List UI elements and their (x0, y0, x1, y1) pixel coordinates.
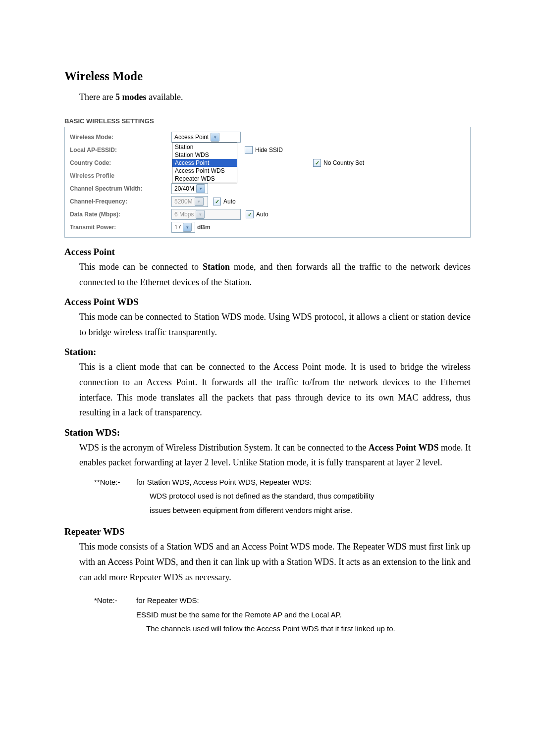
panel-heading: BASIC WIRELESS SETTINGS (64, 117, 471, 125)
bold-apwds: Access Point WDS (369, 443, 439, 453)
checkbox-hide-ssid[interactable]: Hide SSID (245, 146, 283, 154)
intro-bold: 5 modes (115, 92, 147, 102)
hide-ssid-label: Hide SSID (255, 147, 283, 153)
note2-l1: for Repeater WDS: (136, 596, 199, 605)
row-data-rate: Data Rate (Mbps): 6 Mbps ▾ Auto (70, 208, 465, 220)
note1-l2: WDS protocol used is not defined as the … (150, 489, 471, 504)
checkbox-icon (245, 146, 253, 154)
para-repeater-wds: This mode consists of a Station WDS and … (79, 539, 471, 585)
label-local-ap-essid: Local AP-ESSID: (70, 147, 171, 153)
note1-l3: issues between equipment from different … (150, 504, 471, 518)
row-country-code: Country Code: No Country Set (70, 157, 465, 169)
note-repeater-wds: *Note:-for Repeater WDS: ESSID must be t… (94, 594, 471, 636)
row-transmit-power: Transmit Power: 17 ▾ dBm (70, 221, 465, 233)
chevron-down-icon: ▾ (183, 223, 192, 232)
checkbox-icon (313, 159, 321, 167)
select-data-rate: 6 Mbps ▾ (171, 209, 241, 220)
row-wireless-mode: Wireless Mode: Access Point ▾ (70, 131, 465, 143)
page-title: Wireless Mode (64, 69, 471, 83)
chevron-down-icon: ▾ (196, 210, 205, 219)
select-channel-frequency: 5200M ▾ (171, 196, 208, 207)
stationwds-pre: WDS is the acronym of Wireless Distribut… (79, 443, 369, 453)
heading-station: Station: (64, 347, 471, 357)
option-access-point-wds[interactable]: Access Point WDS (172, 167, 237, 175)
para-access-point-wds: This mode can be connected to Station WD… (79, 309, 471, 340)
select-wireless-mode-value: Access Point (174, 134, 209, 141)
select-channel-spectrum[interactable]: 20/40M ▾ (171, 183, 208, 194)
note1-tag: **Note:- (94, 475, 136, 490)
select-wireless-mode[interactable]: Access Point ▾ (171, 132, 241, 143)
checkbox-icon (213, 198, 221, 205)
option-station-wds[interactable]: Station WDS (172, 151, 237, 159)
select-transmit-power-value: 17 (174, 224, 181, 231)
chevron-down-icon: ▾ (195, 197, 204, 206)
checkbox-icon (246, 210, 254, 218)
note-station-wds: **Note:-for Station WDS, Access Point WD… (94, 475, 471, 518)
row-local-ap-essid: Local AP-ESSID: Hide SSID (70, 144, 465, 156)
select-channel-frequency-value: 5200M (174, 198, 193, 205)
intro-prefix: There are (79, 92, 115, 102)
select-transmit-power[interactable]: 17 ▾ (171, 222, 195, 233)
note2-tag: *Note:- (94, 594, 136, 608)
option-station[interactable]: Station (172, 143, 237, 151)
transmit-unit: dBm (197, 224, 211, 231)
heading-access-point: Access Point (64, 247, 471, 257)
checkbox-auto-frequency[interactable]: Auto (213, 198, 236, 205)
checkbox-no-country-set[interactable]: No Country Set (313, 159, 364, 167)
settings-panel: Wireless Mode: Access Point ▾ Station St… (64, 127, 471, 238)
para-station-wds: WDS is the acronym of Wireless Distribut… (79, 440, 471, 470)
chevron-down-icon: ▾ (196, 184, 205, 193)
para-station: This is a client mode that can be connec… (79, 359, 471, 420)
checkbox-auto-rate[interactable]: Auto (246, 210, 268, 218)
wireless-mode-dropdown-list[interactable]: Station Station WDS Access Point Access … (172, 143, 237, 183)
select-channel-spectrum-value: 20/40M (174, 185, 194, 192)
chevron-down-icon: ▾ (211, 133, 219, 142)
label-transmit-power: Transmit Power: (70, 224, 171, 231)
heading-repeater-wds: Repeater WDS (64, 526, 471, 537)
option-access-point[interactable]: Access Point (172, 159, 237, 167)
label-country-code: Country Code: (70, 159, 171, 166)
heading-station-wds: Station WDS: (64, 427, 471, 438)
note2-l2: ESSID must be the same for the Remote AP… (136, 608, 471, 622)
bold-station: Station (203, 262, 230, 272)
auto-freq-label: Auto (223, 198, 236, 205)
note1-l1: for Station WDS, Access Point WDS, Repea… (136, 478, 312, 486)
no-country-set-label: No Country Set (323, 159, 364, 166)
row-wireless-profile: Wireless Profile (70, 170, 465, 182)
label-wireless-profile: Wireless Profile (70, 172, 171, 179)
label-wireless-mode: Wireless Mode: (70, 134, 171, 141)
label-channel-frequency: Channel-Frequency: (70, 198, 171, 205)
para-access-point: This mode can be connected to Station mo… (79, 259, 471, 290)
option-repeater-wds[interactable]: Repeater WDS (172, 175, 237, 183)
select-data-rate-value: 6 Mbps (174, 211, 194, 218)
note2-l3: The channels used will follow the Access… (146, 622, 471, 636)
row-channel-frequency: Channel-Frequency: 5200M ▾ Auto (70, 196, 465, 207)
intro-text: There are 5 modes available. (79, 92, 471, 102)
row-channel-spectrum: Channel Spectrum Width: 20/40M ▾ (70, 183, 465, 195)
heading-access-point-wds: Access Point WDS (64, 297, 471, 307)
label-data-rate: Data Rate (Mbps): (70, 211, 171, 218)
intro-suffix: available. (146, 92, 183, 102)
label-channel-spectrum: Channel Spectrum Width: (70, 185, 171, 192)
auto-rate-label: Auto (256, 211, 268, 218)
